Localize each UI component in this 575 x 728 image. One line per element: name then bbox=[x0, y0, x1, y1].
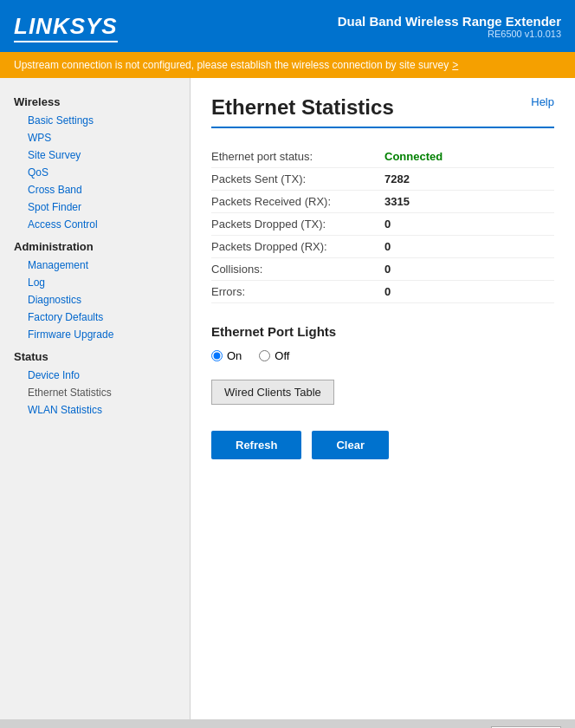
clear-button[interactable]: Clear bbox=[312, 431, 389, 459]
page-title: Ethernet Statistics bbox=[211, 95, 394, 120]
stat-row-packets-sent: Packets Sent (TX): 7282 bbox=[211, 168, 554, 191]
action-buttons: Refresh Clear bbox=[211, 431, 554, 459]
sidebar: Wireless Basic Settings WPS Site Survey … bbox=[0, 78, 191, 719]
stat-value-packets-received: 3315 bbox=[384, 195, 410, 208]
main-layout: Wireless Basic Settings WPS Site Survey … bbox=[0, 78, 575, 719]
stat-row-collisions: Collisions: 0 bbox=[211, 258, 554, 281]
sidebar-header-wireless[interactable]: Wireless bbox=[0, 92, 190, 112]
sidebar-item-site-survey[interactable]: Site Survey bbox=[0, 146, 190, 164]
sidebar-item-wlan-statistics[interactable]: WLAN Statistics bbox=[0, 401, 190, 419]
stat-value-packets-sent: 7282 bbox=[384, 172, 410, 185]
sidebar-item-firmware-upgrade[interactable]: Firmware Upgrade bbox=[0, 326, 190, 343]
warning-link[interactable]: > bbox=[452, 59, 458, 71]
port-lights-title: Ethernet Port Lights bbox=[211, 324, 554, 339]
logo: LINKSYS bbox=[14, 13, 118, 40]
radio-on-label: On bbox=[227, 349, 242, 362]
stat-value-collisions: 0 bbox=[384, 263, 391, 276]
stat-label-collisions: Collisions: bbox=[211, 263, 384, 276]
sidebar-item-factory-defaults[interactable]: Factory Defaults bbox=[0, 309, 190, 326]
sidebar-section-wireless: Wireless Basic Settings WPS Site Survey … bbox=[0, 92, 190, 233]
sidebar-item-log[interactable]: Log bbox=[0, 274, 190, 291]
sidebar-item-device-info[interactable]: Device Info bbox=[0, 367, 190, 384]
stat-row-packets-dropped-rx: Packets Dropped (RX): 0 bbox=[211, 236, 554, 258]
refresh-button[interactable]: Refresh bbox=[211, 431, 301, 459]
radio-off[interactable] bbox=[259, 350, 270, 361]
sidebar-item-access-control[interactable]: Access Control bbox=[0, 216, 190, 233]
stat-row-packets-received: Packets Received (RX): 3315 bbox=[211, 191, 554, 213]
stat-value-packets-dropped-rx: 0 bbox=[384, 240, 391, 253]
radio-option-off[interactable]: Off bbox=[259, 349, 289, 362]
content-area: Ethernet Statistics Help Ethernet port s… bbox=[191, 78, 575, 719]
radio-off-label: Off bbox=[275, 349, 289, 362]
footer: English Español Français Deutsch 中文 bbox=[0, 719, 575, 728]
sidebar-header-status[interactable]: Status bbox=[0, 347, 190, 367]
sidebar-item-wps[interactable]: WPS bbox=[0, 129, 190, 146]
stat-label-packets-dropped-rx: Packets Dropped (RX): bbox=[211, 240, 384, 253]
device-version: RE6500 v1.0.013 bbox=[338, 29, 561, 39]
device-info: Dual Band Wireless Range Extender RE6500… bbox=[338, 14, 561, 39]
warning-bar: Upstream connection is not configured, p… bbox=[0, 52, 575, 78]
stat-label-packets-dropped-tx: Packets Dropped (TX): bbox=[211, 218, 384, 231]
stat-label-packets-received: Packets Received (RX): bbox=[211, 195, 384, 208]
stat-row-packets-dropped-tx: Packets Dropped (TX): 0 bbox=[211, 213, 554, 236]
sidebar-header-admin[interactable]: Administration bbox=[0, 237, 190, 257]
sidebar-item-spot-finder[interactable]: Spot Finder bbox=[0, 198, 190, 216]
sidebar-item-management[interactable]: Management bbox=[0, 257, 190, 274]
sidebar-item-cross-band[interactable]: Cross Band bbox=[0, 181, 190, 198]
radio-on[interactable] bbox=[211, 350, 223, 361]
sidebar-item-diagnostics[interactable]: Diagnostics bbox=[0, 291, 190, 309]
stat-value-errors: 0 bbox=[384, 285, 391, 298]
header: LINKSYS Dual Band Wireless Range Extende… bbox=[0, 0, 575, 52]
stat-row-port-status: Ethernet port status: Connected bbox=[211, 146, 554, 168]
sidebar-section-admin: Administration Management Log Diagnostic… bbox=[0, 237, 190, 343]
stats-table: Ethernet port status: Connected Packets … bbox=[211, 146, 554, 303]
wired-clients-table-button[interactable]: Wired Clients Table bbox=[211, 380, 334, 405]
sidebar-section-status: Status Device Info Ethernet Statistics W… bbox=[0, 347, 190, 419]
port-lights-radio-group: On Off bbox=[211, 349, 554, 362]
sidebar-item-basic-settings[interactable]: Basic Settings bbox=[0, 112, 190, 129]
stat-label-packets-sent: Packets Sent (TX): bbox=[211, 172, 384, 185]
content-header: Ethernet Statistics Help bbox=[211, 95, 554, 128]
stat-value-packets-dropped-tx: 0 bbox=[384, 218, 391, 231]
stat-row-errors: Errors: 0 bbox=[211, 281, 554, 303]
sidebar-item-qos[interactable]: QoS bbox=[0, 164, 190, 181]
stat-label-port-status: Ethernet port status: bbox=[211, 150, 384, 163]
stat-label-errors: Errors: bbox=[211, 285, 384, 298]
warning-text: Upstream connection is not configured, p… bbox=[14, 59, 449, 71]
radio-option-on[interactable]: On bbox=[211, 349, 242, 362]
device-name: Dual Band Wireless Range Extender bbox=[338, 14, 561, 29]
stat-value-port-status: Connected bbox=[384, 150, 443, 163]
sidebar-item-ethernet-statistics: Ethernet Statistics bbox=[0, 384, 190, 401]
help-link[interactable]: Help bbox=[531, 95, 554, 108]
